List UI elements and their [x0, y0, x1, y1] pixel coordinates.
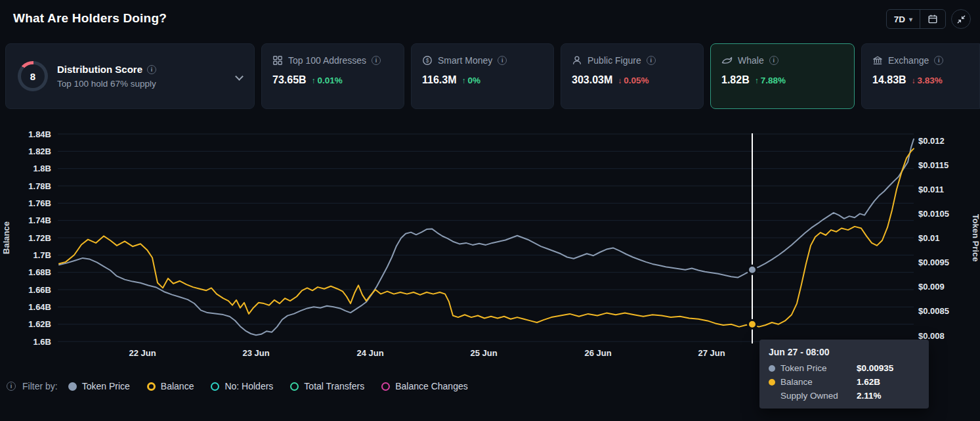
arrow-icon: ↑: [755, 76, 759, 85]
token-price-legend-icon: [68, 382, 77, 391]
svg-text:$0.01: $0.01: [918, 233, 940, 243]
balance-price-chart[interactable]: 1.84B1.82B1.8B1.78B1.76B1.74B1.72B1.7B1.…: [0, 122, 980, 371]
svg-text:1.76B: 1.76B: [28, 198, 51, 208]
distribution-score-value: 8: [30, 71, 35, 82]
svg-text:1.84B: 1.84B: [28, 129, 51, 139]
info-icon[interactable]: [934, 56, 943, 65]
metric-label: Smart Money: [438, 55, 492, 66]
info-icon[interactable]: [498, 56, 507, 65]
whale-icon: [721, 55, 733, 66]
distribution-score-subtitle: Top 100 hold 67% supply: [57, 79, 224, 89]
coin-icon: $: [422, 55, 433, 66]
legend-item-balance-changes[interactable]: Balance Changes: [381, 381, 468, 391]
svg-text:1.8B: 1.8B: [33, 164, 51, 173]
info-icon[interactable]: [372, 56, 381, 65]
chart-tooltip: Jun 27 - 08:00 Token Price $0.00935 Bala…: [759, 340, 929, 409]
timerange-label: 7D: [894, 14, 905, 24]
tooltip-timestamp: Jun 27 - 08:00: [769, 347, 920, 357]
distribution-score-card[interactable]: 8 Distribution Score Top 100 hold 67% su…: [5, 43, 255, 109]
svg-text:25 Jun: 25 Jun: [470, 348, 497, 358]
distribution-score-gauge: 8: [18, 61, 48, 91]
chevron-down-icon[interactable]: [235, 72, 244, 81]
svg-text:22 Jun: 22 Jun: [129, 348, 156, 358]
arrow-icon: ↑: [461, 76, 465, 85]
metric-change: ↑7.88%: [755, 76, 786, 85]
tooltip-row-token-price: Token Price $0.00935: [769, 363, 920, 373]
svg-text:$0.012: $0.012: [918, 136, 945, 146]
token-price-dot-icon: [769, 365, 775, 372]
balance-legend-icon: [147, 382, 156, 391]
svg-text:1.64B: 1.64B: [28, 302, 51, 312]
arrow-icon: ↑: [312, 76, 316, 85]
distribution-score-title: Distribution Score: [57, 64, 142, 75]
arrow-icon: ↓: [912, 76, 916, 85]
holder-category-cards: 8 Distribution Score Top 100 hold 67% su…: [0, 43, 980, 109]
metric-label: Exchange: [888, 55, 929, 66]
svg-text:1.74B: 1.74B: [28, 215, 51, 225]
svg-text:1.6B: 1.6B: [33, 337, 51, 347]
collapse-icon: [956, 14, 966, 24]
header: What Are Holders Doing? 7D ▾: [0, 0, 980, 39]
arrow-icon: ↓: [618, 76, 622, 85]
svg-text:Token Price: Token Price: [971, 214, 980, 262]
calendar-icon: [927, 14, 938, 24]
metric-change: ↑0%: [461, 76, 480, 85]
grid-icon: [272, 55, 283, 66]
svg-text:26 Jun: 26 Jun: [584, 348, 611, 358]
info-icon[interactable]: [647, 56, 656, 65]
header-controls: 7D ▾: [886, 9, 971, 29]
svg-text:1.7B: 1.7B: [33, 250, 51, 260]
metric-change: ↑0.01%: [312, 76, 343, 85]
legend-item-balance[interactable]: Balance: [147, 381, 194, 391]
balance-dot-icon: [769, 379, 775, 386]
metric-value: 303.03M: [572, 74, 612, 86]
svg-text:1.72B: 1.72B: [28, 233, 51, 243]
metric-label: Public Figure: [587, 55, 641, 66]
svg-text:24 Jun: 24 Jun: [356, 348, 383, 358]
info-icon[interactable]: [769, 56, 778, 65]
svg-text:$0.0095: $0.0095: [918, 257, 949, 267]
svg-text:$0.0105: $0.0105: [918, 209, 949, 219]
metric-card-whale[interactable]: Whale 1.82B ↑7.88%: [710, 43, 855, 109]
legend-item-token-price[interactable]: Token Price: [68, 381, 130, 391]
svg-text:$0.011: $0.011: [918, 185, 944, 194]
metric-change: ↓0.05%: [618, 76, 649, 85]
metric-card-smart-money[interactable]: $ Smart Money 116.3M ↑0%: [411, 43, 554, 109]
no-holders-legend-icon: [211, 382, 219, 391]
time-controls-group: 7D ▾: [886, 9, 946, 29]
svg-text:$0.0115: $0.0115: [918, 160, 948, 170]
svg-text:$0.0085: $0.0085: [918, 306, 949, 316]
info-icon[interactable]: [7, 382, 16, 391]
svg-text:$0.009: $0.009: [918, 282, 945, 292]
timerange-button[interactable]: 7D ▾: [887, 10, 920, 28]
filter-by-label: Filter by:: [22, 381, 58, 391]
info-icon[interactable]: [147, 65, 156, 74]
svg-text:1.68B: 1.68B: [28, 267, 51, 277]
metric-card-top-100-addresses[interactable]: Top 100 Addresses 73.65B ↑0.01%: [261, 43, 404, 109]
bank-icon: [872, 55, 883, 66]
legend-item-no-holders[interactable]: No: Holders: [211, 381, 273, 391]
filter-bar: Filter by: Token Price Balance No: Holde…: [7, 381, 468, 391]
svg-text:23 Jun: 23 Jun: [242, 348, 269, 358]
metric-change: ↓3.83%: [912, 76, 943, 85]
svg-text:1.78B: 1.78B: [28, 181, 51, 191]
total-transfers-legend-icon: [290, 382, 299, 391]
collapse-button[interactable]: [951, 9, 971, 29]
svg-text:1.62B: 1.62B: [28, 319, 51, 329]
metric-value: 1.82B: [721, 74, 750, 86]
metric-label: Top 100 Addresses: [288, 55, 366, 66]
balance-changes-legend-icon: [381, 382, 390, 391]
metric-value: 116.3M: [422, 74, 456, 86]
tooltip-row-balance: Balance 1.62B: [769, 377, 920, 387]
metric-card-public-figure[interactable]: Public Figure 303.03M ↓0.05%: [561, 43, 704, 109]
svg-text:1.66B: 1.66B: [28, 285, 51, 295]
holders-chart[interactable]: 1.84B1.82B1.8B1.78B1.76B1.74B1.72B1.7B1.…: [0, 122, 980, 371]
chevron-down-icon: ▾: [909, 16, 912, 23]
metric-label: Whale: [738, 55, 764, 66]
metric-card-exchange[interactable]: Exchange 14.83B ↓3.83%: [861, 43, 980, 109]
legend-item-total-transfers[interactable]: Total Transfers: [290, 381, 364, 391]
distribution-score-text: Distribution Score Top 100 hold 67% supp…: [57, 64, 224, 89]
svg-text:Balance: Balance: [1, 221, 11, 254]
page-title: What Are Holders Doing?: [13, 11, 167, 26]
calendar-button[interactable]: [920, 10, 945, 28]
